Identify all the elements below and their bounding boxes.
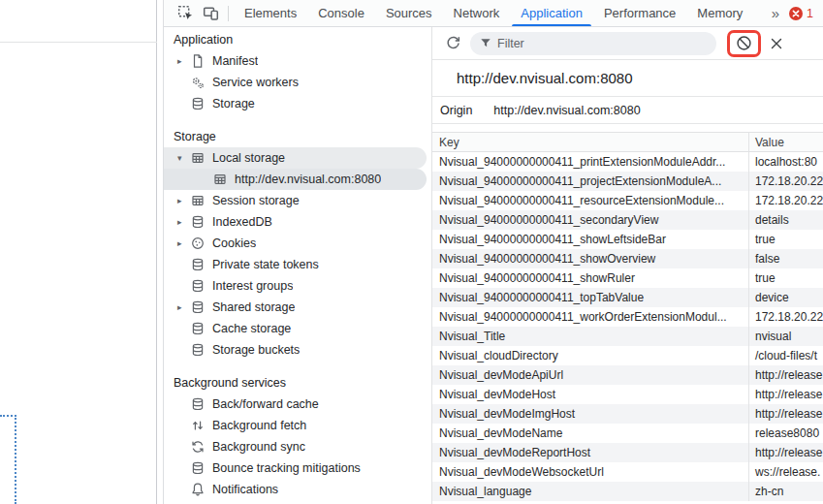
table-row[interactable]: Nvisual_94000000000411_showLeftsideBar t… (432, 230, 823, 249)
table-row[interactable]: Nvisual_devModeApiUrl http://release (432, 365, 823, 385)
sidebar-item-cache-storage[interactable]: Cache storage (164, 318, 427, 339)
expander-collapsed-icon[interactable]: ▸ (177, 56, 190, 66)
value-cell[interactable]: false (749, 249, 823, 268)
sidebar-item-bounce-tracking-mitigations[interactable]: Bounce tracking mitigations (164, 457, 427, 479)
table-row[interactable]: Nvisual_94000000000411_showOverview fals… (432, 249, 823, 268)
origin-label: Origin (440, 104, 472, 117)
key-cell[interactable]: Nvisual_94000000000411_showRuler (432, 268, 749, 288)
table-row[interactable]: Nvisual_devModeHost http://release (432, 385, 823, 404)
tab-application[interactable]: Application (510, 0, 593, 26)
table-row[interactable]: Nvisual_94000000000411_secondaryView det… (432, 210, 823, 230)
table-row[interactable]: Nvisual_94000000000411_topTabValue devic… (432, 288, 823, 307)
table-row[interactable]: Nvisual_94000000000411_resourceExtension… (432, 191, 823, 210)
value-cell[interactable]: nvisual (749, 327, 823, 346)
key-cell[interactable]: Nvisual_devModeImgHost (432, 404, 749, 424)
value-cell[interactable]: zh-cn (749, 482, 823, 501)
key-cell[interactable]: Nvisual_94000000000411_printExtensionMod… (432, 152, 749, 172)
expander-collapsed-icon[interactable]: ▸ (177, 196, 190, 205)
table-row[interactable]: Nvisual_94000000000411_printExtensionMod… (432, 152, 823, 172)
key-cell[interactable]: Nvisual_language (432, 482, 749, 501)
value-cell[interactable]: 172.18.20.22 (749, 191, 823, 210)
value-cell[interactable]: true (749, 268, 823, 288)
sidebar-item-local-storage-origin[interactable]: http://dev.nvisual.com:8080 (164, 169, 427, 190)
key-cell[interactable]: Nvisual_devModeName (432, 424, 749, 443)
table-row[interactable]: Nvisual_devModeReportHost http://release (432, 443, 823, 462)
key-cell[interactable]: Nvisual_94000000000411_workOrderExtensio… (432, 307, 749, 327)
value-cell[interactable]: /cloud-files/t (749, 346, 823, 365)
value-cell[interactable]: http://release (749, 385, 823, 404)
value-cell[interactable]: true (749, 230, 823, 249)
expander-collapsed-icon[interactable]: ▸ (177, 217, 190, 227)
key-cell[interactable]: Nvisual_94000000000411_topTabValue (432, 288, 749, 307)
table-row[interactable]: Nvisual_Title nvisual (432, 327, 823, 346)
table-row[interactable]: Nvisual_94000000000411_workOrderExtensio… (432, 307, 823, 327)
value-cell[interactable]: release8080 (749, 424, 823, 443)
key-cell[interactable]: Nvisual_94000000000411_projectExtensionM… (432, 172, 749, 191)
value-cell[interactable]: ws://release. (749, 462, 823, 482)
table-icon (190, 150, 206, 166)
sidebar-item-interest-groups[interactable]: Interest groups (164, 275, 427, 297)
more-tabs-button[interactable]: » (766, 5, 785, 21)
tab-network[interactable]: Network (443, 0, 511, 26)
sidebar-item-background-fetch[interactable]: Background fetch (164, 415, 427, 436)
value-cell[interactable]: http://release (749, 443, 823, 462)
value-cell[interactable]: details (749, 210, 823, 230)
sidebar-item-session-storage[interactable]: ▸ Session storage (164, 190, 427, 211)
table-row[interactable]: Nvisual_94000000000411_projectExtensionM… (432, 172, 823, 191)
inspect-element-button[interactable] (173, 2, 198, 25)
toggle-device-toolbar-button[interactable] (198, 2, 223, 25)
sidebar-item-manifest[interactable]: ▸ Manifest (164, 50, 427, 72)
tab-elements[interactable]: Elements (234, 0, 307, 26)
key-cell[interactable]: Nvisual_devModeHost (432, 385, 749, 404)
expander-collapsed-icon[interactable]: ▸ (177, 238, 190, 248)
key-cell[interactable]: Nvisual_devModeApiUrl (432, 365, 749, 385)
key-cell[interactable]: Nvisual_devModeWebsocketUrl (432, 462, 749, 482)
sidebar-item-background-sync[interactable]: Background sync (164, 436, 427, 457)
key-cell[interactable]: Nvisual_Title (432, 327, 749, 346)
tab-console[interactable]: Console (307, 0, 375, 26)
column-header-key[interactable]: Key (432, 133, 749, 151)
sidebar-item-private-state-tokens[interactable]: Private state tokens (164, 254, 427, 275)
clear-all-button[interactable] (736, 35, 752, 51)
sidebar-item-indexeddb[interactable]: ▸ IndexedDB (164, 211, 427, 233)
key-cell[interactable]: Nvisual_94000000000411_showOverview (432, 249, 749, 268)
table-icon (212, 172, 228, 187)
error-count-badge[interactable]: 1 (789, 7, 813, 20)
value-cell[interactable]: device (749, 288, 823, 307)
value-cell[interactable]: http://release (749, 365, 823, 385)
filter-input[interactable] (497, 37, 707, 50)
key-cell[interactable]: Nvisual_devModeReportHost (432, 443, 749, 462)
table-row[interactable]: Nvisual_devModeWebsocketUrl ws://release… (432, 462, 823, 482)
table-row[interactable]: Nvisual_devModeImgHost http://release (432, 404, 823, 424)
expander-collapsed-icon[interactable]: ▸ (177, 302, 190, 312)
key-cell[interactable]: Nvisual_94000000000411_showLeftsideBar (432, 230, 749, 249)
key-cell[interactable]: Nvisual_cloudDirectory (432, 346, 749, 365)
key-cell[interactable]: Nvisual_94000000000411_resourceExtension… (432, 191, 749, 210)
delete-selected-button[interactable] (766, 33, 787, 54)
up-down-arrows-icon (190, 418, 206, 433)
sidebar-item-storage-buckets[interactable]: Storage buckets (164, 339, 427, 361)
value-cell[interactable]: 172.18.20.22 (749, 307, 823, 327)
tab-sources[interactable]: Sources (375, 0, 443, 26)
filter-box[interactable] (470, 32, 716, 55)
sidebar-item-service-workers[interactable]: Service workers (164, 72, 427, 93)
sidebar-item-storage[interactable]: Storage (164, 93, 427, 114)
table-row[interactable]: Nvisual_cloudDirectory /cloud-files/t (432, 346, 823, 365)
sidebar-item-shared-storage[interactable]: ▸ Shared storage (164, 297, 427, 318)
tab-performance[interactable]: Performance (593, 0, 686, 26)
sidebar-item-local-storage[interactable]: ▾ Local storage (164, 147, 427, 169)
table-row[interactable]: Nvisual_94000000000411_showRuler true (432, 268, 823, 288)
column-header-value[interactable]: Value (749, 133, 823, 151)
value-cell[interactable]: localhost:80 (749, 152, 823, 172)
sidebar-item-back-forward-cache[interactable]: Back/forward cache (164, 394, 427, 415)
value-cell[interactable]: http://release (749, 404, 823, 424)
table-row[interactable]: Nvisual_language zh-cn (432, 482, 823, 501)
expander-expanded-icon[interactable]: ▾ (177, 153, 190, 163)
value-cell[interactable]: 172.18.20.22 (749, 172, 823, 191)
table-row[interactable]: Nvisual_devModeName release8080 (432, 424, 823, 443)
sidebar-item-notifications[interactable]: Notifications (164, 479, 427, 500)
sidebar-item-cookies[interactable]: ▸ Cookies (164, 233, 427, 254)
tab-memory[interactable]: Memory (686, 0, 753, 26)
refresh-button[interactable] (440, 31, 465, 56)
key-cell[interactable]: Nvisual_94000000000411_secondaryView (432, 210, 749, 230)
